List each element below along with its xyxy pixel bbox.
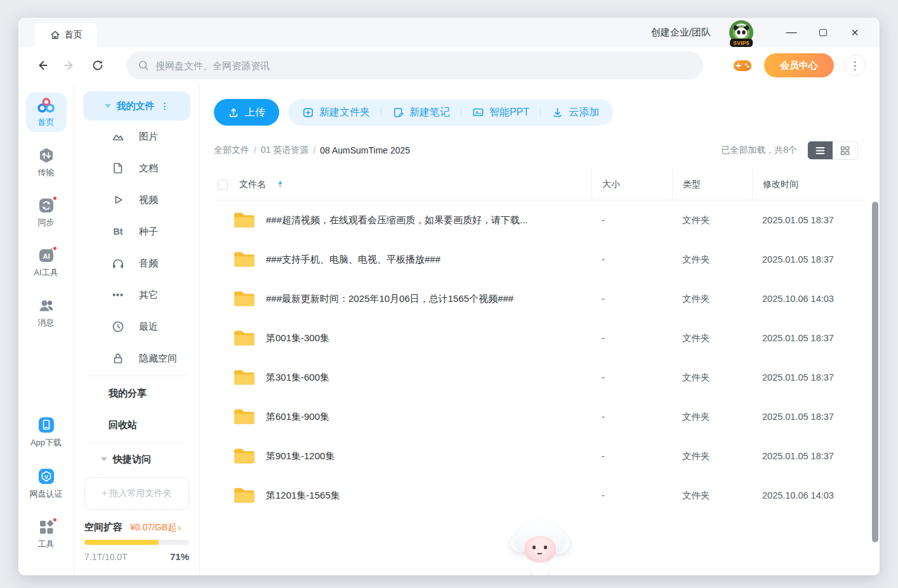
close-button[interactable]: × xyxy=(839,18,871,47)
action-label: 云添加 xyxy=(569,106,599,119)
refresh-button[interactable] xyxy=(88,56,107,75)
upload-label: 上传 xyxy=(245,106,265,119)
select-all-checkbox[interactable] xyxy=(218,180,228,190)
table-row[interactable]: ###支持手机、电脑、电视、平板播放### - 文件夹 2025.01.05 1… xyxy=(214,240,864,279)
assistant-mascot[interactable] xyxy=(511,521,569,575)
minimize-icon: — xyxy=(786,26,797,39)
rail-item-tools[interactable]: 工具 xyxy=(26,515,67,554)
file-size: - xyxy=(591,254,672,265)
sidebar-item-my-files[interactable]: 我的文件 ⋮ xyxy=(83,91,190,121)
chevron-right-icon: › xyxy=(178,523,181,533)
folder-icon xyxy=(233,211,256,230)
sidebar-item-hidden-space[interactable]: 隐藏空间 xyxy=(83,343,190,374)
phone-download-icon xyxy=(37,416,55,434)
quick-access-header[interactable]: 快捷访问 xyxy=(83,445,190,473)
sort-desc-icon: ▼ xyxy=(277,185,283,188)
search-input[interactable] xyxy=(155,60,692,71)
rail-item-app-download[interactable]: App下载 xyxy=(26,412,67,452)
refresh-icon xyxy=(91,59,104,72)
tab-home[interactable]: 首页 xyxy=(35,23,97,47)
table-row[interactable]: 第301集-600集 - 文件夹 2025.01.05 18:37 xyxy=(214,358,864,397)
rail-label: 首页 xyxy=(38,117,55,128)
favorites-dropzone[interactable]: + 拖入常用文件夹 xyxy=(84,477,189,510)
breadcrumb-root[interactable]: 全部文件 xyxy=(214,145,249,156)
rail-item-sync[interactable]: 同步 xyxy=(26,193,67,232)
category-label: 种子 xyxy=(139,226,158,238)
list-view-icon xyxy=(815,147,825,155)
rail-item-messages[interactable]: 消息 xyxy=(26,294,67,332)
maximize-icon xyxy=(819,29,827,36)
vip-center-button[interactable]: 会员中心 xyxy=(764,53,834,77)
list-view-button[interactable] xyxy=(808,141,833,159)
collapse-arrow-icon xyxy=(105,104,111,108)
table-row[interactable]: ###超清视频，在线观看会压缩画质，如果要画质好，请下载... - 文件夹 20… xyxy=(214,200,864,240)
file-modified: 2025.01.05 18:37 xyxy=(752,372,864,382)
create-team-link[interactable]: 创建企业/团队 xyxy=(651,27,711,39)
file-modified: 2025.01.05 18:37 xyxy=(752,215,864,225)
table-row[interactable]: 第901集-1200集 - 文件夹 2025.01.05 18:37 xyxy=(214,436,864,476)
rail-item-home[interactable]: 首页 xyxy=(26,93,67,132)
table-row[interactable]: 第601集-900集 - 文件夹 2025.01.05 18:37 xyxy=(214,397,864,436)
category-label: 其它 xyxy=(139,289,158,301)
file-modified: 2025.01.05 18:37 xyxy=(752,254,864,265)
rail-label: 网盘认证 xyxy=(30,488,63,500)
table-row[interactable]: 第1201集-1565集 - 文件夹 2025.10.06 14:03 xyxy=(214,476,864,515)
lock-icon xyxy=(111,351,125,365)
minimize-button[interactable]: — xyxy=(776,18,807,47)
maximize-button[interactable] xyxy=(807,18,839,47)
upload-button[interactable]: 上传 xyxy=(214,99,279,126)
folder-icon xyxy=(233,408,256,426)
ai-tools-icon: AI xyxy=(38,247,55,264)
gamepad-icon xyxy=(732,57,753,74)
table-row[interactable]: 第001集-300集 - 文件夹 2025.01.05 18:37 xyxy=(214,318,864,358)
vertical-scrollbar[interactable] xyxy=(872,202,878,542)
folder-icon xyxy=(233,447,256,466)
sidebar-item-images[interactable]: 图片 xyxy=(83,121,190,152)
file-name: 第001集-300集 xyxy=(266,332,329,344)
action-label: 新建文件夹 xyxy=(319,106,370,119)
table-row[interactable]: ###最新更新时间：2025年10月06日，总计1565个视频### - 文件夹… xyxy=(214,279,864,318)
new-folder-button[interactable]: 新建文件夹 xyxy=(302,106,370,119)
sidebar-item-audio[interactable]: 音频 xyxy=(83,247,190,279)
cloud-add-button[interactable]: 云添加 xyxy=(551,106,599,119)
new-note-button[interactable]: 新建笔记 xyxy=(392,106,450,119)
sidebar-item-my-shares[interactable]: 我的分享 xyxy=(83,377,190,409)
breadcrumb-parent[interactable]: 01 英语资源 xyxy=(261,145,308,156)
divider xyxy=(540,107,541,118)
sidebar-item-videos[interactable]: 视频 xyxy=(83,184,190,216)
back-button[interactable] xyxy=(32,56,51,75)
sidebar-item-recent[interactable]: 最近 xyxy=(83,311,190,343)
more-menu-button[interactable]: ⋮ xyxy=(844,55,866,76)
sidebar-item-torrents[interactable]: Bt 种子 xyxy=(83,216,190,247)
forward-button[interactable] xyxy=(60,56,79,75)
sort-control[interactable]: ▲ ▼ xyxy=(277,181,283,188)
sidebar-item-recycle-bin[interactable]: 回收站 xyxy=(83,409,190,441)
file-type: 文件夹 xyxy=(672,293,752,305)
breadcrumb-separator: / xyxy=(313,145,315,155)
folder-icon xyxy=(233,487,256,505)
rail-item-ai-tools[interactable]: AI AI工具 xyxy=(26,244,67,282)
rail-label: 传输 xyxy=(38,167,55,178)
sidebar-item-docs[interactable]: 文档 xyxy=(83,152,190,184)
back-icon xyxy=(36,59,48,72)
my-files-menu-icon[interactable]: ⋮ xyxy=(161,101,169,111)
breadcrumb: 全部文件 / 01 英语资源 / 08 AumSumTime 2025 已全部加… xyxy=(214,141,864,160)
dropzone-hint: + 拖入常用文件夹 xyxy=(102,488,171,499)
file-modified: 2025.01.05 18:37 xyxy=(752,451,864,461)
rail-item-verify[interactable]: V 网盘认证 xyxy=(26,464,67,504)
grid-view-button[interactable] xyxy=(833,141,857,159)
file-modified: 2025.01.05 18:37 xyxy=(752,333,864,343)
notification-dot xyxy=(52,195,58,201)
user-avatar[interactable]: SVIP5 xyxy=(729,20,754,45)
game-center-button[interactable] xyxy=(732,57,753,74)
smart-ppt-button[interactable]: A 智能PPT xyxy=(472,106,529,119)
sync-icon xyxy=(38,197,55,214)
folder-icon xyxy=(233,329,256,348)
file-size: - xyxy=(591,490,672,500)
smart-ppt-icon: A xyxy=(472,107,484,119)
storage-upgrade-link[interactable]: ¥0.07/GB起 › xyxy=(130,522,181,533)
rail-item-transfer[interactable]: 传输 xyxy=(26,143,67,182)
category-label: 图片 xyxy=(139,131,158,143)
sidebar-item-others[interactable]: ••• 其它 xyxy=(83,279,190,311)
netdisk-logo-icon xyxy=(37,96,56,114)
